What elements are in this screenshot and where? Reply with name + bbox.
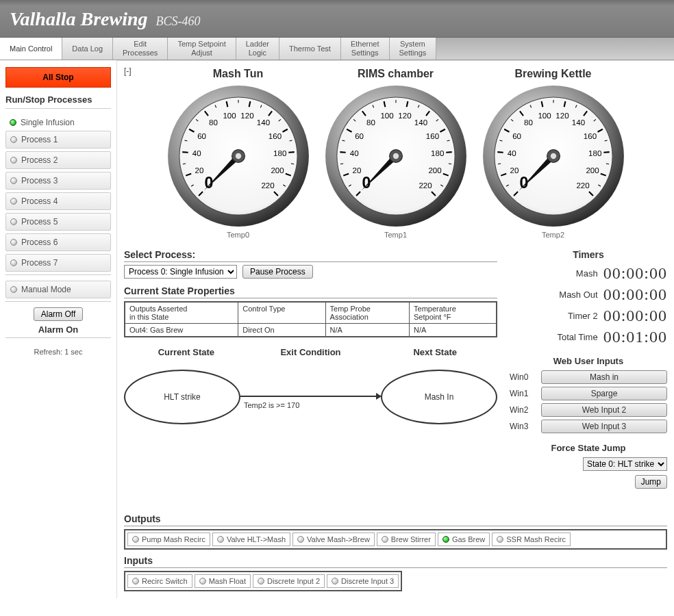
app-title: Valhalla Brewing bbox=[10, 8, 148, 30]
process-label: Process 5 bbox=[21, 217, 58, 227]
svg-line-20 bbox=[288, 153, 294, 153]
io-item[interactable]: Discrete Input 3 bbox=[327, 574, 399, 588]
timers-title: Timers bbox=[510, 249, 667, 260]
alarm-off-button[interactable]: Alarm Off bbox=[34, 307, 83, 321]
svg-text:140: 140 bbox=[256, 119, 269, 127]
led-icon bbox=[132, 536, 139, 543]
io-item[interactable]: Mash Float bbox=[195, 574, 251, 588]
manual-mode-button[interactable]: Manual Mode bbox=[5, 281, 111, 298]
gauge-temp0: Mash Tun020406080100120140160180200220Te… bbox=[166, 68, 310, 239]
svg-text:40: 40 bbox=[349, 149, 358, 157]
process-item[interactable]: Process 3 bbox=[5, 172, 111, 190]
inputs-title: Inputs bbox=[124, 555, 667, 568]
web-input-button[interactable]: Mash in bbox=[541, 370, 667, 384]
jump-button[interactable]: Jump bbox=[635, 475, 667, 489]
svg-line-46 bbox=[340, 153, 345, 153]
active-process-label: Single Infusion bbox=[21, 118, 75, 127]
led-icon bbox=[258, 578, 264, 585]
current-state-props-title: Current State Properties bbox=[124, 285, 497, 298]
io-label: Discrete Input 3 bbox=[341, 577, 394, 585]
web-input-id: Win2 bbox=[510, 405, 536, 415]
process-select[interactable]: Process 0: Single Infusion bbox=[124, 265, 237, 279]
io-label: Valve HLT->Mash bbox=[227, 535, 286, 543]
io-item[interactable]: Valve Mash->Brew bbox=[292, 532, 375, 546]
force-jump-select[interactable]: State 0: HLT strike bbox=[583, 457, 667, 471]
gauge-title: Brewing Kettle bbox=[482, 68, 625, 80]
pause-process-button[interactable]: Pause Process bbox=[242, 265, 313, 279]
tab-system-settings[interactable]: SystemSettings bbox=[390, 38, 437, 60]
io-item[interactable]: Discrete Input 2 bbox=[253, 574, 325, 588]
timer-row: Timer 200:00:00 bbox=[510, 307, 667, 325]
web-inputs-title: Web User Inputs bbox=[510, 356, 667, 366]
tab-data-log[interactable]: Data Log bbox=[62, 38, 113, 60]
process-item[interactable]: Process 1 bbox=[5, 131, 111, 149]
tab-main-control[interactable]: Main Control bbox=[0, 38, 62, 60]
gauge-dial: 020406080100120140160180200220 bbox=[166, 84, 310, 228]
arrow-icon bbox=[240, 396, 381, 397]
led-icon bbox=[442, 536, 449, 543]
process-item[interactable]: Process 6 bbox=[5, 233, 111, 251]
web-input-button[interactable]: Web Input 2 bbox=[541, 403, 667, 417]
table-header: Control Type bbox=[238, 302, 325, 324]
io-label: Brew Stirrer bbox=[391, 535, 431, 543]
svg-line-67 bbox=[340, 164, 342, 164]
process-item[interactable]: Process 5 bbox=[5, 213, 111, 231]
io-label: Valve Mash->Brew bbox=[307, 535, 370, 543]
svg-text:100: 100 bbox=[538, 112, 551, 120]
alarm-on-label: Alarm On bbox=[5, 324, 111, 335]
gauge-temp1: RIMS chamber0204060801001201401601802002… bbox=[324, 68, 468, 239]
divider bbox=[5, 301, 111, 302]
web-input-button[interactable]: Sparge bbox=[541, 387, 667, 400]
io-item[interactable]: Pump Mash Recirc bbox=[127, 532, 210, 546]
led-icon bbox=[332, 578, 338, 585]
svg-text:120: 120 bbox=[556, 112, 569, 120]
svg-text:220: 220 bbox=[261, 182, 274, 190]
svg-text:100: 100 bbox=[380, 112, 393, 120]
led-icon bbox=[10, 286, 17, 293]
tab-edit-processes[interactable]: EditProcesses bbox=[113, 38, 168, 60]
led-icon bbox=[10, 198, 17, 205]
io-label: Gas Brew bbox=[452, 535, 485, 543]
tab-ethernet-settings[interactable]: EthernetSettings bbox=[341, 38, 390, 60]
process-item[interactable]: Process 7 bbox=[5, 254, 111, 272]
svg-text:80: 80 bbox=[366, 119, 375, 127]
svg-text:220: 220 bbox=[576, 182, 589, 190]
process-item[interactable]: Process 2 bbox=[5, 151, 111, 169]
table-header: TemperatureSetpoint °F bbox=[410, 302, 497, 324]
io-label: Discrete Input 2 bbox=[267, 577, 320, 585]
gauge-label: Temp0 bbox=[166, 231, 310, 239]
exit-condition-text: Temp2 is >= 170 bbox=[244, 401, 299, 409]
model-label: BCS-460 bbox=[156, 14, 201, 29]
timer-row: Mash Out00:00:00 bbox=[510, 285, 667, 304]
io-item[interactable]: Gas Brew bbox=[438, 532, 490, 546]
timer-name: Timer 2 bbox=[510, 311, 603, 321]
active-process-item[interactable]: Single Infusion bbox=[5, 114, 111, 131]
io-item[interactable]: Valve HLT->Mash bbox=[212, 532, 290, 546]
process-item[interactable]: Process 4 bbox=[5, 192, 111, 210]
web-input-button[interactable]: Web Input 3 bbox=[541, 420, 667, 433]
web-input-id: Win3 bbox=[510, 422, 536, 431]
io-label: Recirc Switch bbox=[142, 577, 188, 585]
led-icon bbox=[10, 177, 17, 184]
svg-line-100 bbox=[603, 153, 609, 153]
collapse-toggle[interactable]: [-] bbox=[124, 66, 132, 76]
io-item[interactable]: SSR Mash Recirc bbox=[492, 532, 571, 546]
web-input-row: Win1Sparge bbox=[510, 387, 667, 400]
svg-text:160: 160 bbox=[268, 132, 281, 140]
svg-point-119 bbox=[550, 153, 556, 159]
gauge-title: RIMS chamber bbox=[324, 68, 468, 80]
tab-thermo-test[interactable]: Thermo Test bbox=[279, 38, 341, 60]
svg-text:40: 40 bbox=[507, 149, 516, 157]
svg-line-75 bbox=[448, 164, 451, 164]
io-item[interactable]: Recirc Switch bbox=[127, 574, 192, 588]
gauge-label: Temp1 bbox=[324, 231, 468, 239]
io-item[interactable]: Brew Stirrer bbox=[377, 532, 436, 546]
tab-temp-setpoint-adjust[interactable]: Temp SetpointAdjust bbox=[168, 38, 236, 60]
led-icon bbox=[10, 157, 17, 164]
all-stop-button[interactable]: All Stop bbox=[5, 67, 111, 88]
svg-text:160: 160 bbox=[583, 132, 596, 140]
header-bar: Valhalla Brewing BCS-460 Main ControlDat… bbox=[0, 0, 674, 60]
svg-text:180: 180 bbox=[273, 149, 286, 157]
tab-ladder-logic[interactable]: LadderLogic bbox=[236, 38, 279, 60]
svg-text:40: 40 bbox=[192, 149, 201, 157]
